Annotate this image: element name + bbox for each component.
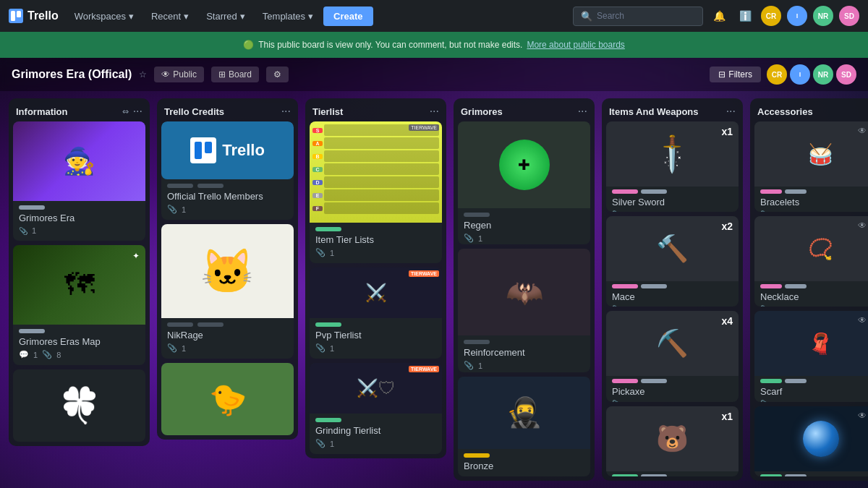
member-avatar-nr[interactable]: NR [813, 64, 833, 85]
card-official-trello[interactable]: Trello Official Trello Members 📎 1 [161, 121, 294, 220]
star-icon[interactable]: ☆ [139, 69, 147, 80]
avatar-sd[interactable]: SD [839, 6, 859, 26]
column-actions-items-weapons: ··· [726, 106, 736, 117]
logo-text: Trello [27, 9, 59, 22]
card-duck[interactable]: 🐤 [161, 363, 294, 435]
column-title-trello-credits: Trello Credits [164, 106, 224, 117]
column-title-grimores: Grimores [461, 106, 503, 117]
card-regen[interactable]: ✚ Regen 📎 1 [458, 121, 590, 244]
column-title-tierlist: Tierlist [312, 106, 343, 117]
info-button[interactable]: ℹ️ [735, 6, 755, 26]
svg-rect-0 [11, 11, 15, 21]
templates-button[interactable]: Templates ▾ [255, 8, 320, 25]
starred-button[interactable]: Starred ▾ [199, 8, 252, 25]
attachment-icon: 📎 [42, 350, 52, 359]
recent-button[interactable]: Recent ▾ [144, 8, 196, 25]
attachment-count: 1 [626, 211, 631, 213]
attachment-icon: 📎 [464, 361, 474, 370]
card-pickaxe[interactable]: ⛏️ x4 Pickaxe 📎 1 [606, 311, 739, 401]
card-silver-sword[interactable]: 🗡️ x1 Silver Sword 📎 1 [606, 121, 739, 212]
column-header-tierlist: Tierlist ··· [305, 98, 446, 121]
column-menu-tierlist[interactable]: ··· [430, 106, 439, 117]
attachment-icon: 📎 [167, 205, 177, 214]
avatar-nr[interactable]: NR [813, 6, 833, 26]
svg-rect-2 [195, 142, 202, 159]
notifications-button[interactable]: 🔔 [709, 6, 729, 26]
trello-icon [9, 9, 23, 23]
card-grimores-map[interactable]: 🗺 ✦ Grimores Eras Map 💬 1 📎 8 [13, 245, 145, 365]
pickaxe-image: ⛏️ x4 [606, 311, 739, 376]
info-message: This public board is view only. You can … [258, 40, 522, 50]
attachment-count: 1 [32, 226, 36, 235]
column-body-grimores: ✚ Regen 📎 1 🦇 [454, 121, 595, 481]
card-title-bracelets: Bracelets [760, 197, 868, 207]
attachment-icon: 📎 [315, 248, 326, 257]
column-actions-grimores: ··· [578, 106, 587, 117]
board-view-button[interactable]: ⊞ Board [211, 67, 259, 82]
expand-icon[interactable]: ⇔ [122, 107, 129, 116]
eye-icon-necklace: 👁 [858, 221, 867, 231]
card-orb[interactable]: x3 👁 [754, 406, 868, 476]
column-grimores: Grimores ··· ✚ Regen 📎 [454, 98, 595, 481]
eye-icon-orb: 👁 [858, 411, 867, 421]
card-bear[interactable]: 🐻 x1 [606, 406, 739, 476]
tierwave-badge: TIERWAVE [409, 270, 439, 277]
attachment-count: 1 [478, 234, 482, 243]
workspaces-button[interactable]: Workspaces ▾ [67, 8, 141, 25]
nav-right: 🔍 Search 🔔 ℹ️ CR I NR SD [573, 6, 859, 26]
member-avatar-cr[interactable]: CR [767, 64, 787, 85]
search-box[interactable]: 🔍 Search [573, 7, 703, 26]
settings-button[interactable]: ⚙ [266, 67, 289, 82]
duck-image: 🐤 [161, 363, 294, 435]
info-link[interactable]: More about public boards [527, 40, 624, 50]
card-pvp-tierlist[interactable]: ⚔️ TIERWAVE Pvp Tierlist 📎 1 [310, 267, 442, 359]
card-title-reinforcement: Reinforcement [464, 347, 584, 358]
card-bronze[interactable]: 🥷 Bronze [458, 377, 590, 476]
attachment-count: 1 [330, 344, 334, 353]
eye-icon-bracelets: 👁 [858, 126, 867, 136]
column-menu-trello-credits[interactable]: ··· [281, 106, 291, 117]
attachment-count: 1 [775, 401, 779, 402]
column-menu-grimores[interactable]: ··· [578, 106, 587, 117]
visibility-button[interactable]: 👁 Public [154, 67, 204, 82]
card-scarf[interactable]: 🧣 x1 👁 Scarf 📎 1 [754, 311, 868, 401]
card-necklace[interactable]: 📿 x3 👁 Necklace 📎 1 [754, 216, 868, 307]
avatar-cr[interactable]: CR [761, 6, 781, 26]
attachment-count: 1 [330, 249, 334, 257]
navbar: Trello Workspaces ▾ Recent ▾ Starred ▾ T… [0, 0, 868, 32]
bear-image: 🐻 x1 [606, 406, 739, 471]
card-title-scarf: Scarf [760, 386, 868, 397]
card-title-nikrage: NikRage [167, 330, 288, 341]
card-bracelets[interactable]: 🥁 x1 👁 Bracelets 📎 1 [754, 121, 868, 212]
column-menu-information[interactable]: ··· [133, 106, 142, 117]
card-mace[interactable]: 🔨 x2 Mace 📎 1 [606, 216, 739, 307]
card-title-necklace: Necklace [760, 291, 868, 302]
card-title-silver-sword: Silver Sword [612, 197, 733, 207]
card-grinding-tierlist[interactable]: ⚔️🛡 TIERWAVE Grinding Tierlist 📎 1 [310, 363, 442, 454]
member-avatar-sd[interactable]: SD [836, 64, 856, 85]
tierwave-badge2: TIERWAVE [409, 366, 439, 372]
info-icon: 🟢 [243, 40, 254, 50]
logo[interactable]: Trello [9, 9, 59, 23]
card-title-map: Grimores Eras Map [19, 336, 140, 347]
card-item-tier-lists[interactable]: TIERWAVE S A B C [310, 121, 442, 263]
attachment-count: 1 [626, 401, 631, 402]
attachment-icon: 📎 [760, 400, 770, 401]
card-title-official-trello: Official Trello Members [167, 191, 288, 202]
create-button[interactable]: Create [323, 7, 373, 26]
card-grimores-era[interactable]: 🧙 Grimores Era 📎 1 [13, 121, 145, 241]
column-menu-items[interactable]: ··· [726, 106, 736, 117]
filters-button[interactable]: ⊟ Filters [710, 67, 761, 82]
column-header-grimores: Grimores ··· [454, 98, 595, 121]
card-reinforcement[interactable]: 🦇 Reinforcement 📎 1 [458, 249, 590, 372]
member-avatar-i[interactable]: I [790, 64, 810, 85]
avatar-i[interactable]: I [787, 6, 807, 26]
column-header-accessories: Accessories ··· [750, 98, 868, 121]
board-header-right: ⊟ Filters CR I NR SD [710, 64, 856, 85]
column-accessories: Accessories ··· 🥁 x1 👁 Bracelets [750, 98, 868, 481]
card-nikrage[interactable]: 🐱 NikRage 📎 1 [161, 224, 294, 359]
column-body-tierlist: TIERWAVE S A B C [305, 121, 446, 458]
attachment-count: 1 [182, 344, 186, 353]
board-canvas: Information ⇔ ··· 🧙 Grimores Era 📎 [0, 91, 868, 488]
card-clover[interactable]: 🍀 [13, 369, 145, 442]
